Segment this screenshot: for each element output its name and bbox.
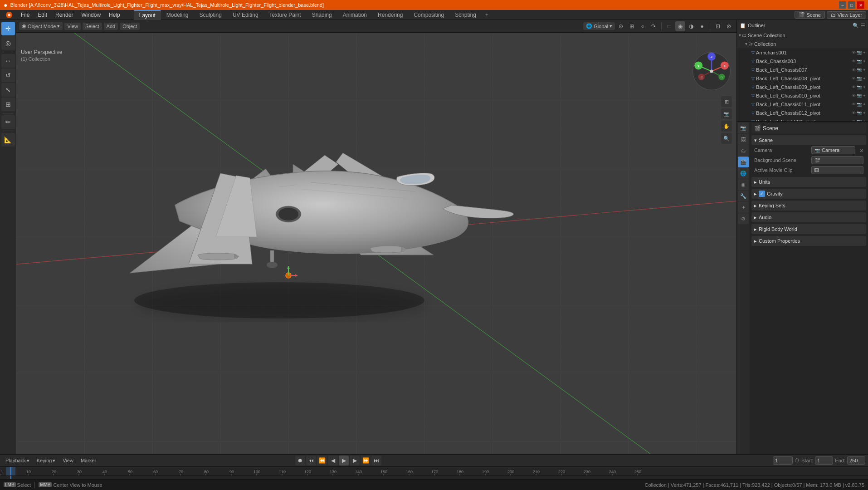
proportional-type[interactable]: ↷ (649, 21, 658, 31)
current-frame-input[interactable] (773, 456, 793, 465)
render-icon[interactable]: 📷 (857, 111, 862, 115)
keying-sets-header[interactable]: ▸ Keying Sets (751, 201, 866, 211)
tab-texture-paint[interactable]: Texture Paint (264, 10, 307, 20)
visibility-icon[interactable]: 👁 (852, 102, 856, 107)
record-button[interactable]: ⏺ (295, 456, 305, 466)
next-frame-button[interactable]: ▶ (350, 456, 360, 466)
cursor-tool-button[interactable]: ◎ (1, 36, 15, 50)
select-icon[interactable]: ✦ (863, 85, 866, 89)
visibility-icon[interactable]: 👁 (852, 93, 856, 98)
close-button[interactable]: ✕ (857, 1, 864, 9)
tab-modeling[interactable]: Modeling (161, 10, 194, 20)
outliner-search[interactable]: 🔍 (853, 23, 859, 29)
pivot-button[interactable]: ⊙ (616, 21, 626, 31)
scene-props-tab[interactable]: 🎬 (738, 157, 749, 167)
outliner-item-chassis008[interactable]: ▽ Back_Left_Chassis008_pivot 👁 📷 ✦ (737, 74, 868, 83)
bg-scene-value[interactable]: 🎬 (811, 156, 863, 164)
view-menu[interactable]: View (64, 23, 81, 30)
outliner-item-chassis010[interactable]: ▽ Back_Left_Chassis010_pivot 👁 📷 ✦ (737, 91, 868, 100)
help-menu[interactable]: Help (105, 11, 124, 19)
snap-toggle[interactable]: ⊞ (627, 21, 637, 31)
tab-scripting[interactable]: Scripting (449, 10, 482, 20)
navigation-gizmo[interactable]: -X -Y X Y Z (691, 51, 732, 92)
tab-uv-editing[interactable]: UV Editing (227, 10, 264, 20)
audio-header[interactable]: ▸ Audio (751, 212, 866, 222)
mode-selector[interactable]: ◉ Object Mode ▾ (19, 22, 63, 30)
playback-menu[interactable]: Playback ▾ (3, 457, 32, 465)
show-gizmos[interactable]: ⊗ (724, 21, 734, 31)
timeline-track[interactable] (0, 475, 868, 479)
gravity-header[interactable]: ▸ ✓ Gravity (751, 189, 866, 199)
show-overlays[interactable]: ⊡ (713, 21, 723, 31)
visibility-icon[interactable]: 👁 (852, 68, 856, 72)
render-icon[interactable]: 📷 (857, 59, 862, 64)
object-menu[interactable]: Object (120, 23, 140, 30)
units-header[interactable]: ▸ Units (751, 177, 866, 187)
render-icon[interactable]: 📷 (857, 102, 862, 107)
search-icon[interactable]: 🔍 (721, 133, 732, 144)
select-icon[interactable]: ✦ (863, 76, 866, 81)
camera-picker[interactable]: ⊙ (859, 147, 863, 153)
timeline-ruler[interactable]: 1 10 20 30 40 50 (0, 466, 868, 475)
select-icon[interactable]: ✦ (863, 59, 866, 64)
camera-view-icon[interactable]: 📷 (721, 108, 732, 119)
marker-menu[interactable]: Marker (78, 457, 99, 464)
rotate-tool-button[interactable]: ↺ (1, 69, 15, 82)
outliner-item-hatch003[interactable]: ▽ Back_Left_Hatch003_pivot 👁 📷 ✦ (737, 117, 868, 122)
outliner-item-chassis011[interactable]: ▽ Back_Left_Chassis011_pivot 👁 📷 ✦ (737, 100, 868, 108)
output-props-tab[interactable]: 🖼 (738, 134, 749, 145)
select-icon[interactable]: ✦ (863, 50, 866, 55)
material-preview[interactable]: ◑ (686, 21, 696, 31)
outliner-item-chassis003[interactable]: ▽ Back_Chassis003 👁 📷 ✦ (737, 57, 868, 65)
outliner-item-armchairs[interactable]: ▽ Armchairs001 👁 📷 ✦ (737, 48, 868, 57)
render-props-tab[interactable]: 📷 (738, 122, 749, 133)
minimize-button[interactable]: – (839, 1, 846, 9)
scene-subsection-header[interactable]: ▾ Scene (751, 135, 866, 145)
play-button[interactable]: ▶ (339, 456, 349, 466)
view-layer-props-tab[interactable]: 🗂 (738, 145, 749, 156)
viewport-canvas[interactable]: User Perspective (1) Collection (16, 33, 736, 454)
rigid-body-header[interactable]: ▸ Rigid Body World (751, 224, 866, 234)
outliner-item-chassis009[interactable]: ▽ Back_Left_Chassis009_pivot 👁 📷 ✦ (737, 83, 868, 91)
render-menu[interactable]: Render (52, 11, 77, 19)
next-keyframe-button[interactable]: ⏩ (361, 456, 371, 466)
move-tool-button[interactable]: ↔ (1, 54, 15, 68)
rendered-mode[interactable]: ● (697, 21, 707, 31)
annotate-tool-button[interactable]: ✏ (1, 115, 15, 129)
blender-menu[interactable] (2, 10, 16, 20)
go-start-button[interactable]: ⏮ (306, 456, 316, 466)
particles-props-tab[interactable]: ✦ (738, 202, 749, 213)
tab-sculpting[interactable]: Sculpting (194, 10, 227, 20)
tab-compositing[interactable]: Compositing (408, 10, 449, 20)
scale-tool-button[interactable]: ⤡ (1, 83, 15, 97)
select-tool-button[interactable]: ✛ (1, 22, 15, 35)
go-end-button[interactable]: ⏭ (371, 456, 381, 466)
outliner-item-chassis012[interactable]: ▽ Back_Left_Chassis012_pivot 👁 📷 ✦ (737, 108, 868, 117)
visibility-icon[interactable]: 👁 (852, 50, 856, 55)
window-menu[interactable]: Window (78, 11, 104, 19)
outliner-item-chassis007[interactable]: ▽ Back_Left_Chassis007 👁 📷 ✦ (737, 65, 868, 74)
add-menu[interactable]: Add (104, 23, 118, 30)
select-menu[interactable]: Select (83, 23, 102, 30)
tab-layout[interactable]: Layout (134, 10, 161, 20)
scene-collection-item[interactable]: ▾ 🗂 Scene Collection (737, 31, 868, 39)
render-icon[interactable]: 📷 (857, 76, 862, 81)
tab-animation[interactable]: Animation (337, 10, 372, 20)
start-frame-input[interactable] (815, 456, 833, 465)
custom-props-header[interactable]: ▸ Custom Properties (751, 236, 866, 246)
view-menu-tl[interactable]: View (60, 457, 76, 464)
prev-frame-button[interactable]: ◀ (328, 456, 338, 466)
render-icon[interactable]: 📷 (857, 50, 862, 55)
wireframe-mode[interactable]: □ (664, 21, 674, 31)
select-icon[interactable]: ✦ (863, 102, 866, 107)
gravity-checkbox[interactable]: ✓ (759, 191, 765, 197)
perspective-ortho-toggle[interactable]: ⊞ (721, 96, 732, 107)
render-icon[interactable]: 📷 (857, 85, 862, 89)
render-icon[interactable]: 📷 (857, 93, 862, 98)
collection-item[interactable]: ▾ 🗂 Collection (737, 39, 868, 48)
proportional-edit[interactable]: ○ (638, 21, 648, 31)
object-props-tab[interactable]: ◉ (738, 179, 749, 190)
edit-menu[interactable]: Edit (34, 11, 51, 19)
render-icon[interactable]: 📷 (857, 68, 862, 72)
end-frame-input[interactable] (847, 456, 865, 465)
